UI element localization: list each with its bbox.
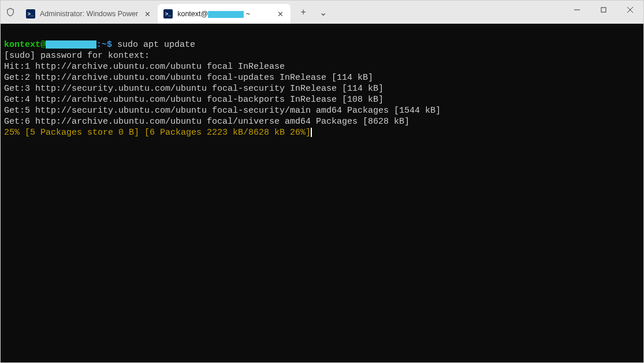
terminal-pane[interactable]: kontext@:~$ sudo apt update [sudo] passw… xyxy=(1,24,643,362)
minimize-button[interactable] xyxy=(564,1,590,19)
tab-actions: + ⌄ xyxy=(291,1,332,24)
prompt-user: kontext@ xyxy=(4,40,46,50)
tab-ssh-kontext[interactable]: >_ kontext@ ~ ✕ xyxy=(158,4,291,24)
output-line: Get:5 http://security.ubuntu.com/ubuntu … xyxy=(4,106,441,116)
tab-close-button[interactable]: ✕ xyxy=(143,9,152,18)
output-line: [sudo] password for kontext: xyxy=(4,51,150,61)
powershell-icon: >_ xyxy=(26,9,35,18)
window-controls xyxy=(564,1,643,19)
powershell-icon: >_ xyxy=(163,9,173,18)
titlebar: >_ Administrator: Windows Power ✕ >_ kon… xyxy=(1,1,643,24)
tab-powershell-admin[interactable]: >_ Administrator: Windows Power ✕ xyxy=(20,4,158,24)
output-line: Get:6 http://archive.ubuntu.com/ubuntu f… xyxy=(4,117,410,127)
cursor xyxy=(311,128,312,137)
tab-close-button[interactable]: ✕ xyxy=(276,9,285,18)
progress-line: 25% [5 Packages store 0 B] [6 Packages 2… xyxy=(4,128,311,138)
window-close-button[interactable] xyxy=(617,1,643,19)
redacted-hostname xyxy=(208,11,244,18)
prompt-path: :~$ xyxy=(96,40,117,50)
shield-icon xyxy=(1,1,20,24)
output-line: Hit:1 http://archive.ubuntu.com/ubuntu f… xyxy=(4,62,285,72)
redacted-hostname xyxy=(46,40,96,49)
tab-label: Administrator: Windows Power xyxy=(40,10,138,18)
tab-label: kontext@ ~ xyxy=(177,10,271,18)
tab-dropdown-button[interactable]: ⌄ xyxy=(314,3,332,21)
output-line: Get:4 http://archive.ubuntu.com/ubuntu f… xyxy=(4,95,384,105)
tab-strip: >_ Administrator: Windows Power ✕ >_ kon… xyxy=(20,1,291,24)
output-line: Get:3 http://security.ubuntu.com/ubuntu … xyxy=(4,84,384,94)
output-line: Get:2 http://archive.ubuntu.com/ubuntu f… xyxy=(4,73,373,83)
new-tab-button[interactable]: + xyxy=(294,3,312,21)
svg-rect-1 xyxy=(601,8,606,12)
command-text: sudo apt update xyxy=(117,40,195,50)
maximize-button[interactable] xyxy=(590,1,617,19)
